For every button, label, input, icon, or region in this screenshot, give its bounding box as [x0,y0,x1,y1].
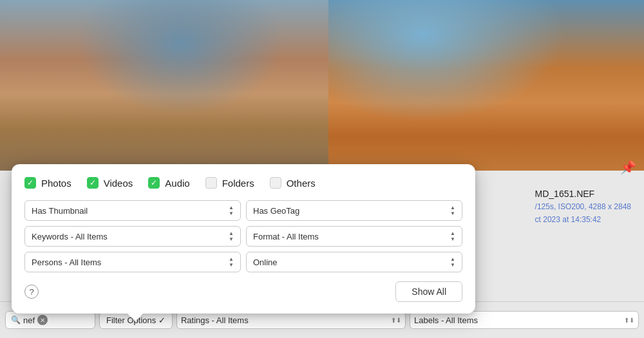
stepper-up: ▲ [450,257,455,262]
thumbnail-dropdown[interactable]: Has Thumbnail ▲ ▼ [24,200,241,221]
popup-bottom-row: ? Show All [24,281,462,302]
checkbox-others[interactable]: Others [270,177,316,189]
checkbox-videos-box: ✓ [87,177,99,189]
checkbox-folders[interactable]: Folders [205,177,254,189]
checkbox-others-label: Others [287,178,316,189]
stepper-up: ▲ [229,205,234,211]
photo-area [0,0,644,171]
search-value: nef [23,315,35,325]
ratings-dropdown-label: Ratings - All Items [181,315,249,325]
geotag-stepper: ▲ ▼ [450,205,455,216]
search-clear-button[interactable]: ✕ [37,315,48,325]
stepper-down: ▼ [229,211,234,216]
checkbox-photos-box: ✓ [24,177,36,189]
search-box[interactable]: 🔍 nef ✕ [5,311,95,329]
help-button[interactable]: ? [24,285,39,299]
ratings-chevron-icon: ⬆⬇ [391,317,401,324]
stepper-up: ▲ [229,231,234,236]
checkbox-audio[interactable]: ✓ Audio [148,177,189,189]
persons-dropdown-label: Persons - All Items [32,258,101,267]
file-meta-date: ct 2023 at 14:35:42 [535,214,631,226]
keywords-dropdown-label: Keywords - All Items [32,232,108,241]
geotag-dropdown-label: Has GeoTag [253,206,299,216]
media-type-checkboxes: ✓ Photos ✓ Videos ✓ Audio Folders Others [24,177,462,189]
keywords-stepper: ▲ ▼ [229,231,234,242]
file-meta-shutter: /125s, ISO200, 4288 x 2848 [535,201,631,213]
stepper-down: ▼ [450,211,455,216]
online-dropdown-label: Online [253,258,278,267]
labels-dropdown[interactable]: Labels - All Items ⬆⬇ [410,311,639,329]
photo-right [328,0,644,171]
stepper-up: ▲ [450,205,455,211]
stepper-down: ▼ [450,237,455,242]
ratings-dropdown[interactable]: Ratings - All Items ⬆⬇ [176,311,406,329]
pin-icon: 📌 [620,160,636,175]
persons-stepper: ▲ ▼ [229,257,234,268]
keywords-dropdown[interactable]: Keywords - All Items ▲ ▼ [24,226,241,247]
labels-dropdown-label: Labels - All Items [414,315,478,325]
checkbox-photos[interactable]: ✓ Photos [24,177,71,189]
format-stepper: ▲ ▼ [450,231,455,242]
checkbox-folders-label: Folders [222,178,254,189]
format-dropdown[interactable]: Format - All Items ▲ ▼ [246,226,462,247]
thumbnail-stepper: ▲ ▼ [229,205,234,216]
labels-chevron-icon: ⬆⬇ [624,317,634,324]
filter-dropdowns-grid: Has Thumbnail ▲ ▼ Has GeoTag ▲ ▼ Keyword… [24,200,462,272]
show-all-button[interactable]: Show All [395,281,462,302]
file-info-panel: MD_1651.NEF /125s, ISO200, 4288 x 2848 c… [535,187,631,226]
thumbnail-dropdown-label: Has Thumbnail [32,206,88,216]
stepper-up: ▲ [450,231,455,236]
geotag-dropdown[interactable]: Has GeoTag ▲ ▼ [246,200,462,221]
online-dropdown[interactable]: Online ▲ ▼ [246,252,462,272]
photo-left [0,0,328,171]
stepper-up: ▲ [229,257,234,262]
filter-popup: ✓ Photos ✓ Videos ✓ Audio Folders Others… [12,164,475,314]
checkbox-folders-box [205,177,217,189]
stepper-down: ▼ [450,263,455,268]
checkbox-videos-label: Videos [104,178,133,189]
search-icon: 🔍 [11,315,21,324]
checkbox-others-box [270,177,281,189]
checkbox-audio-label: Audio [165,178,189,189]
persons-dropdown[interactable]: Persons - All Items ▲ ▼ [24,252,241,272]
checkbox-photos-label: Photos [41,178,71,189]
checkbox-videos[interactable]: ✓ Videos [87,177,133,189]
stepper-down: ▼ [229,237,234,242]
file-name: MD_1651.NEF [535,187,631,201]
format-dropdown-label: Format - All Items [253,232,319,241]
checkbox-audio-box: ✓ [148,177,160,189]
stepper-down: ▼ [229,263,234,268]
online-stepper: ▲ ▼ [450,257,455,268]
